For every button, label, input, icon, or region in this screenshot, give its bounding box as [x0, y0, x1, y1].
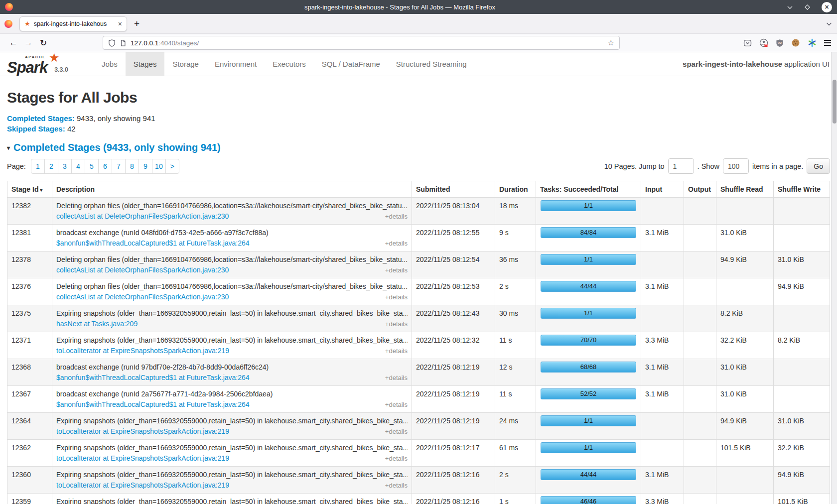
column-header-stage-id[interactable]: Stage Id ▾ [7, 181, 52, 198]
column-header-shuffle-read[interactable]: Shuffle Read [716, 181, 774, 198]
details-toggle[interactable]: +details [385, 401, 408, 408]
duration-cell: 11 s [495, 386, 536, 413]
window-close-button[interactable]: × [822, 2, 832, 12]
completed-stages-section-toggle[interactable]: ▾Completed Stages (9433, only showing 94… [7, 142, 830, 153]
firefox-view-icon[interactable] [4, 20, 12, 28]
details-toggle[interactable]: +details [385, 213, 408, 220]
scrollbar-thumb[interactable] [833, 80, 837, 124]
stage-callsite-link[interactable]: collectAsList at DeleteOrphanFilesSparkA… [56, 293, 229, 301]
stage-callsite-link[interactable]: collectAsList at DeleteOrphanFilesSparkA… [56, 212, 229, 220]
column-header-submitted[interactable]: Submitted [412, 181, 495, 198]
nav-item-stages[interactable]: Stages [126, 52, 165, 76]
stage-callsite-link[interactable]: toLocalIterator at ExpireSnapshotsSparkA… [56, 347, 229, 355]
page-button-9[interactable]: 9 [139, 159, 152, 174]
new-tab-button[interactable]: + [134, 18, 140, 29]
forward-button[interactable]: → [21, 38, 36, 48]
page-button-5[interactable]: 5 [85, 159, 99, 174]
column-header-shuffle-write[interactable]: Shuffle Write [774, 181, 830, 198]
details-toggle[interactable]: +details [385, 428, 408, 435]
nav-item-structured-streaming[interactable]: Structured Streaming [388, 52, 475, 76]
svg-text:UO: UO [778, 41, 782, 44]
duration-cell: 61 ms [495, 440, 536, 467]
shuffle-read-cell: 31.0 KiB [716, 359, 774, 386]
stage-callsite-link[interactable]: $anonfun$withThreadLocalCaptured$1 at Fu… [56, 374, 250, 381]
nav-item-sql-dataframe[interactable]: SQL / DataFrame [314, 52, 388, 76]
details-toggle[interactable]: +details [385, 320, 408, 328]
submitted-cell: 2022/11/25 08:12:19 [412, 413, 495, 440]
stage-callsite-link[interactable]: toLocalIterator at ExpireSnapshotsSparkA… [56, 481, 229, 489]
site-info-icon[interactable] [120, 39, 127, 47]
page-button-4[interactable]: 4 [71, 159, 85, 174]
go-button[interactable]: Go [807, 158, 830, 174]
section-title: Completed Stages (9433, only showing 941… [13, 142, 221, 153]
page-button-1[interactable]: 1 [31, 159, 45, 174]
spark-star-icon: ★ [49, 51, 60, 65]
jump-to-input[interactable] [668, 158, 694, 174]
url-path: :4040/stages/ [158, 39, 199, 47]
browser-tab[interactable]: ★ spark-ingest-into-lakehous × [19, 16, 127, 31]
column-header-output[interactable]: Output [684, 181, 716, 198]
column-header-duration[interactable]: Duration [495, 181, 536, 198]
stage-callsite-link[interactable]: $anonfun$withThreadLocalCaptured$1 at Fu… [56, 400, 250, 408]
account-extension-icon[interactable] [759, 38, 768, 47]
details-toggle[interactable]: +details [385, 482, 408, 489]
page-button-next[interactable]: > [165, 159, 179, 174]
details-toggle[interactable]: +details [385, 455, 408, 462]
stage-description: Deleting orphan files (older_than=166910… [56, 282, 408, 290]
tab-list-chevron-icon[interactable] [826, 20, 833, 27]
page-button-3[interactable]: 3 [58, 159, 72, 174]
stage-id-cell: 12364 [7, 413, 52, 440]
page-button-2[interactable]: 2 [44, 159, 58, 174]
stage-callsite-link[interactable]: $anonfun$withThreadLocalCaptured$1 at Fu… [56, 239, 250, 247]
table-row: 12364 Expiring snapshots (older_than=166… [7, 413, 830, 440]
stage-callsite-link[interactable]: toLocalIterator at ExpireSnapshotsSparkA… [56, 454, 229, 462]
page-button-8[interactable]: 8 [125, 159, 139, 174]
stage-callsite-link[interactable]: collectAsList at DeleteOrphanFilesSparkA… [56, 266, 229, 274]
extension-asterisk-icon[interactable] [808, 38, 817, 47]
details-toggle[interactable]: +details [385, 347, 408, 355]
page-button-7[interactable]: 7 [112, 159, 126, 174]
shield-icon[interactable] [108, 39, 116, 47]
description-cell: Expiring snapshots (older_than=166932055… [52, 467, 412, 494]
shuffle-read-cell: 94.9 KiB [716, 413, 774, 440]
nav-item-executors[interactable]: Executors [265, 52, 314, 76]
tasks-cell: 84/84 [536, 225, 641, 252]
pocket-icon[interactable] [743, 39, 752, 47]
back-button[interactable]: ← [6, 38, 21, 48]
apache-label: APACHE [25, 55, 46, 59]
shuffle-write-cell [774, 359, 830, 386]
details-toggle[interactable]: +details [385, 266, 408, 274]
menu-hamburger-icon[interactable] [824, 40, 831, 46]
page-scrollbar[interactable] [831, 52, 837, 504]
nav-item-storage[interactable]: Storage [164, 52, 207, 76]
column-header-tasks-succeeded-total[interactable]: Tasks: Succeeded/Total [536, 181, 641, 198]
column-header-description[interactable]: Description [52, 181, 412, 198]
cookie-icon[interactable] [791, 38, 800, 47]
nav-item-jobs[interactable]: Jobs [94, 52, 126, 76]
window-maximize-button[interactable] [804, 4, 811, 10]
output-cell [684, 252, 716, 278]
submitted-cell: 2022/11/25 08:12:17 [412, 440, 495, 467]
show-count-input[interactable] [723, 158, 749, 174]
page-button-6[interactable]: 6 [98, 159, 112, 174]
duration-cell: 24 ms [495, 413, 536, 440]
tab-close-icon[interactable]: × [118, 20, 122, 27]
bookmark-star-icon[interactable]: ☆ [608, 38, 614, 47]
window-minimize-button[interactable] [787, 4, 793, 10]
input-cell [641, 252, 684, 278]
ublock-shield-icon[interactable]: UO [776, 39, 784, 47]
nav-item-environment[interactable]: Environment [207, 52, 265, 76]
submitted-cell: 2022/11/25 08:12:32 [412, 332, 495, 359]
url-bar[interactable]: 127.0.0.1:4040/stages/ ☆ [103, 36, 620, 50]
stage-callsite-link[interactable]: toLocalIterator at ExpireSnapshotsSparkA… [56, 427, 229, 435]
reload-button[interactable]: ↻ [36, 38, 51, 48]
stage-description: Expiring snapshots (older_than=166932055… [56, 471, 408, 479]
column-header-input[interactable]: Input [641, 181, 684, 198]
page-button-10[interactable]: 10 [152, 159, 166, 174]
table-row: 12381 broadcast exchange (runId 048fd06f… [7, 225, 830, 252]
shuffle-write-cell: 32.2 KiB [774, 440, 830, 467]
details-toggle[interactable]: +details [385, 240, 408, 247]
details-toggle[interactable]: +details [385, 374, 408, 381]
details-toggle[interactable]: +details [385, 293, 408, 301]
stage-callsite-link[interactable]: hasNext at Tasks.java:209 [56, 320, 138, 328]
